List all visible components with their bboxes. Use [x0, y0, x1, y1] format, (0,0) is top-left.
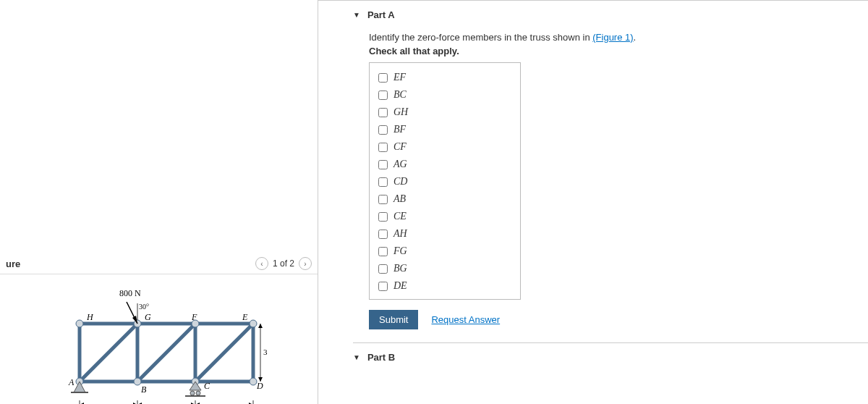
instr-suffix: . [634, 32, 637, 43]
option-row[interactable]: AB [378, 190, 511, 208]
option-row[interactable]: CE [378, 208, 511, 225]
option-checkbox[interactable] [378, 212, 388, 222]
option-checkbox[interactable] [378, 195, 388, 204]
option-row[interactable]: AG [378, 156, 511, 173]
option-checkbox[interactable] [378, 108, 388, 117]
svg-point-9 [76, 320, 83, 327]
option-label: BF [393, 124, 406, 135]
option-checkbox[interactable] [378, 282, 388, 291]
option-checkbox[interactable] [378, 143, 388, 152]
option-row[interactable]: EF [378, 69, 511, 86]
part-b-title: Part B [367, 352, 395, 363]
angle-label: 30° [139, 303, 149, 311]
figure-next-button[interactable]: › [299, 257, 312, 270]
option-checkbox[interactable] [378, 230, 388, 239]
option-label: AB [393, 193, 406, 205]
option-label: BG [393, 263, 407, 274]
option-row[interactable]: BC [378, 86, 511, 104]
svg-point-16 [250, 378, 257, 385]
node-d: D [256, 381, 263, 391]
option-label: BC [393, 89, 407, 101]
dim-v: 3 m [263, 348, 268, 356]
svg-line-8 [195, 324, 253, 382]
option-checkbox[interactable] [378, 247, 388, 256]
option-row[interactable]: GH [378, 104, 511, 121]
action-row: Submit Request Answer [369, 310, 868, 329]
node-c: C [204, 381, 210, 391]
svg-point-21 [196, 391, 200, 395]
part-a-header[interactable]: ▼ Part A [353, 1, 868, 28]
node-b: B [141, 384, 147, 395]
node-f: F [191, 312, 197, 322]
figure-pager-text: 1 of 2 [273, 258, 294, 269]
svg-point-12 [250, 320, 257, 327]
option-label: FG [393, 245, 407, 257]
node-e: E [242, 312, 248, 322]
option-label: CF [393, 141, 407, 153]
node-a: A [68, 377, 75, 387]
request-answer-link[interactable]: Request Answer [431, 314, 500, 325]
option-label: EF [393, 72, 406, 83]
option-row[interactable]: CF [378, 138, 511, 156]
submit-button[interactable]: Submit [369, 310, 418, 329]
options-box: EFBCGHBFCFAGCDABCEAHFGBGDE [369, 62, 521, 300]
option-row[interactable]: CD [378, 173, 511, 190]
option-checkbox[interactable] [378, 177, 388, 187]
option-checkbox[interactable] [378, 264, 388, 274]
option-row[interactable]: AH [378, 225, 511, 243]
part-b-section: ▼ Part B [353, 342, 868, 370]
node-g: G [145, 312, 151, 322]
option-label: AH [393, 228, 407, 240]
option-row[interactable]: BG [378, 260, 511, 277]
svg-point-20 [190, 391, 195, 395]
option-row[interactable]: DE [378, 277, 511, 295]
check-all-label: Check all that apply. [369, 46, 868, 56]
option-label: CD [393, 176, 407, 188]
figure-panel: ure ‹ 1 of 2 › [0, 0, 318, 404]
option-row[interactable]: BF [378, 121, 511, 138]
option-checkbox[interactable] [378, 73, 388, 83]
option-label: CE [393, 211, 407, 222]
option-label: GH [393, 106, 408, 118]
svg-line-7 [137, 324, 195, 382]
option-label: AG [393, 159, 407, 170]
part-a-title: Part A [367, 9, 395, 20]
force-label: 800 N [119, 288, 141, 298]
svg-line-6 [80, 324, 137, 382]
question-panel: ▼ Part A Identify the zero-force members… [318, 0, 868, 404]
option-label: DE [393, 280, 407, 292]
option-checkbox[interactable] [378, 160, 388, 169]
part-a-instruction: Identify the zero-force members in the t… [369, 32, 868, 43]
caret-down-icon: ▼ [353, 11, 360, 19]
option-row[interactable]: FG [378, 243, 511, 260]
option-checkbox[interactable] [378, 91, 388, 100]
figure-pager: ‹ 1 of 2 › [255, 257, 312, 270]
truss-diagram: 800 N 30° H G F E A B C D 3 m [51, 280, 268, 404]
caret-down-icon: ▼ [353, 353, 360, 361]
part-b-header[interactable]: ▼ Part B [353, 343, 868, 370]
svg-marker-27 [258, 324, 263, 328]
figure-link[interactable]: (Figure 1) [592, 32, 633, 43]
option-checkbox[interactable] [378, 125, 388, 135]
svg-point-14 [134, 378, 141, 385]
node-h: H [86, 312, 94, 322]
figure-scroll[interactable]: 800 N 30° H G F E A B C D 3 m [0, 274, 318, 404]
figure-header: ure ‹ 1 of 2 › [0, 255, 318, 272]
figure-prev-button[interactable]: ‹ [255, 257, 268, 270]
instr-prefix: Identify the zero-force members in the t… [369, 32, 592, 43]
figure-title: ure [6, 258, 20, 269]
